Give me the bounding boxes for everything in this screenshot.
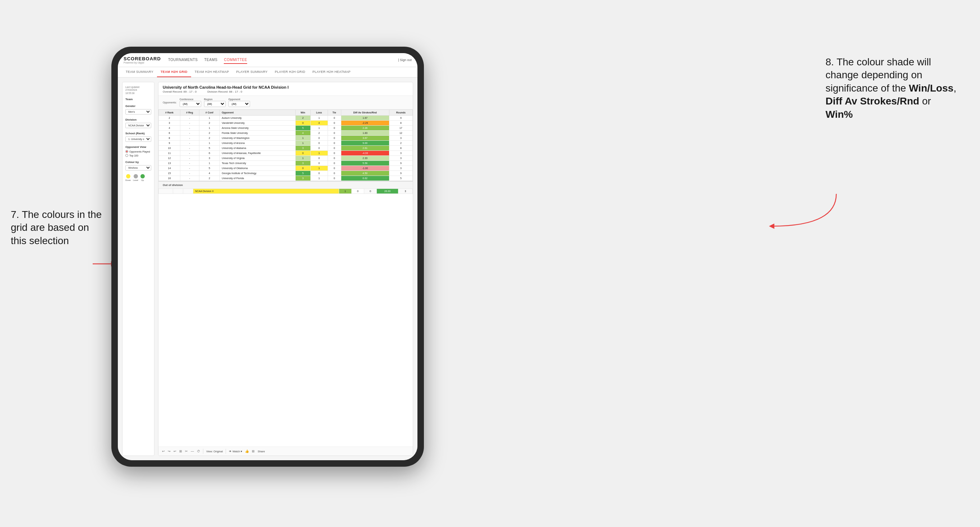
cell-rounds: 17 bbox=[389, 125, 412, 131]
toolbar-back[interactable]: ↩ bbox=[173, 449, 177, 453]
nav-committee[interactable]: COMMITTEE bbox=[224, 56, 247, 64]
cell-rounds: 8 bbox=[389, 121, 412, 125]
cell-loss: 4 bbox=[310, 121, 328, 125]
sidebar-radio-opponents-played[interactable]: Opponents Played bbox=[126, 150, 151, 153]
cell-tie: 0 bbox=[328, 171, 341, 176]
cell-rank: 13 bbox=[159, 161, 180, 166]
grid-header-section: University of North Carolina Head-to-Hea… bbox=[158, 82, 413, 96]
cell-rank: 8 bbox=[159, 136, 180, 141]
cell-win: 3 bbox=[295, 176, 310, 181]
cell-tie: 0 bbox=[328, 131, 341, 136]
col-rounds: Rounds bbox=[389, 110, 412, 116]
cell-tie: 0 bbox=[328, 151, 341, 156]
sidebar-school-select[interactable]: 1. University of Nort... bbox=[126, 137, 151, 142]
annotation-right-bold3: Win% bbox=[826, 109, 853, 120]
table-row: 3 - 2 Vanderbilt University 0 4 0 -2.29 … bbox=[159, 121, 413, 125]
sidebar-colour-by-label: Colour by bbox=[126, 160, 151, 164]
cell-diff: -2.29 bbox=[341, 121, 389, 125]
sub-nav-player-h2h-grid[interactable]: PLAYER H2H GRID bbox=[271, 67, 309, 77]
grid-toolbar: ↩ ↪ ↩ ⊞ ✂ — ⏱ View: Original 👁 Watch ▾ 👍… bbox=[158, 447, 413, 456]
cell-reg: - bbox=[180, 171, 199, 176]
sidebar-opponent-view-label: Opponent View bbox=[126, 145, 151, 149]
col-diff: Diff Av Strokes/Rnd bbox=[341, 110, 389, 116]
cell-diff: 5.56 bbox=[341, 161, 389, 166]
ood-tie: 0 bbox=[364, 189, 377, 194]
cell-win: 1 bbox=[295, 136, 310, 141]
cell-rank: 9 bbox=[159, 141, 180, 146]
sidebar-gender-select[interactable]: Men's bbox=[126, 109, 151, 114]
h2h-table: # Rank # Reg # Conf Opponent Win Loss Ti… bbox=[158, 110, 413, 181]
nav-tournaments[interactable]: TOURNAMENTS bbox=[168, 56, 198, 64]
sidebar-gender-label: Gender bbox=[126, 105, 151, 108]
toolbar-cut[interactable]: ✂ bbox=[185, 449, 188, 453]
annotation-right-bold2: Diff Av Strokes/Rnd bbox=[826, 95, 919, 106]
sidebar-division-select[interactable]: NCAA Division I bbox=[126, 123, 151, 128]
sidebar-radio-group: Opponents Played Top 100 bbox=[126, 150, 151, 157]
nav-teams[interactable]: TEAMS bbox=[204, 56, 217, 64]
annotation-left-text: 7. The colours in the grid are based on … bbox=[11, 209, 102, 246]
cell-rounds: 9 bbox=[389, 161, 412, 166]
ood-win: 1 bbox=[339, 189, 352, 194]
out-of-division-table: NCAA Division II 1 0 0 26.00 3 bbox=[158, 189, 413, 194]
filter-region-group: Region (All) bbox=[204, 98, 226, 107]
toolbar-grid[interactable]: ⊞ bbox=[179, 449, 182, 453]
cell-conf: 3 bbox=[199, 156, 220, 161]
filter-conf-select[interactable]: (All) bbox=[180, 101, 201, 107]
toolbar-view[interactable]: View: Original bbox=[206, 450, 223, 453]
table-row: 12 - 3 University of Virginia 1 0 0 2.33… bbox=[159, 156, 413, 161]
toolbar-clock[interactable]: ⏱ bbox=[197, 449, 200, 453]
cell-tie: 0 bbox=[328, 166, 341, 171]
colour-legend: Down Level Up bbox=[126, 174, 151, 181]
filter-opponents-label: Opponents: bbox=[163, 101, 177, 104]
ood-diff: 26.00 bbox=[377, 189, 398, 194]
sub-nav-team-summary[interactable]: TEAM SUMMARY bbox=[122, 67, 157, 77]
sidebar-gender-section: Gender Men's bbox=[126, 105, 151, 114]
cell-win: 1 bbox=[295, 156, 310, 161]
sign-out[interactable]: | Sign out bbox=[398, 58, 412, 62]
logo-text: SCOREBOARD bbox=[124, 56, 161, 61]
filter-region-label: Region bbox=[204, 98, 226, 100]
division-record: Division Record: 88 - 17 - 0 bbox=[207, 90, 242, 93]
table-row: 8 - 2 University of Washington 1 0 0 3.6… bbox=[159, 136, 413, 141]
sub-nav-player-h2h-heatmap[interactable]: PLAYER H2H HEATMAP bbox=[309, 67, 354, 77]
toolbar-share[interactable]: Share bbox=[258, 450, 265, 453]
cell-win: 5 bbox=[295, 125, 310, 131]
col-loss: Loss bbox=[310, 110, 328, 116]
cell-diff: 9.00 bbox=[341, 141, 389, 146]
filter-opponent-select[interactable]: (All) bbox=[229, 101, 250, 107]
cell-conf: 6 bbox=[199, 151, 220, 156]
sub-nav-player-summary[interactable]: PLAYER SUMMARY bbox=[233, 67, 271, 77]
cell-reg: - bbox=[180, 146, 199, 151]
col-reg: # Reg bbox=[180, 110, 199, 116]
cell-opponent: University of Florida bbox=[220, 176, 295, 181]
legend-label-down: Down bbox=[126, 179, 131, 181]
cell-tie: 0 bbox=[328, 121, 341, 125]
sidebar-radio-top100[interactable]: Top 100 bbox=[126, 154, 151, 157]
ood-rank bbox=[159, 189, 173, 194]
toolbar-watch[interactable]: 👁 Watch ▾ bbox=[229, 450, 242, 453]
cell-loss: 2 bbox=[310, 131, 328, 136]
cell-rounds: 5 bbox=[389, 176, 412, 181]
cell-win: 1 bbox=[295, 141, 310, 146]
radio-circle-opponents bbox=[126, 150, 128, 153]
legend-up: Up bbox=[140, 174, 145, 181]
filter-row: Opponents: Conference (All) Region (All) bbox=[158, 96, 413, 110]
toolbar-share-grid[interactable]: ⊞ bbox=[252, 449, 255, 453]
toolbar-thumbs-up[interactable]: 👍 bbox=[245, 449, 249, 453]
sidebar-team-label: Team bbox=[126, 98, 151, 101]
cell-win: 4 bbox=[295, 131, 310, 136]
tablet-frame: SCOREBOARD Powered by clippd TOURNAMENTS… bbox=[111, 47, 424, 467]
sub-nav-team-h2h-heatmap[interactable]: TEAM H2H HEATMAP bbox=[191, 67, 233, 77]
toolbar-redo[interactable]: ↪ bbox=[168, 449, 171, 453]
sub-nav-team-h2h-grid[interactable]: TEAM H2H GRID bbox=[157, 67, 191, 77]
cell-rank: 15 bbox=[159, 171, 180, 176]
cell-diff: 1.83 bbox=[341, 131, 389, 136]
sidebar-colour-by-select[interactable]: Win/loss bbox=[126, 165, 151, 170]
toolbar-undo[interactable]: ↩ bbox=[162, 449, 165, 453]
out-of-division-row: NCAA Division II 1 0 0 26.00 3 bbox=[159, 189, 413, 194]
filter-region-select[interactable]: (All) bbox=[204, 101, 226, 107]
toolbar-dash[interactable]: — bbox=[191, 449, 194, 453]
nav-menu: TOURNAMENTS TEAMS COMMITTEE bbox=[168, 56, 398, 64]
sidebar-school-section: School (Rank) 1. University of Nort... bbox=[126, 132, 151, 142]
sub-nav: TEAM SUMMARY TEAM H2H GRID TEAM H2H HEAT… bbox=[118, 67, 417, 78]
